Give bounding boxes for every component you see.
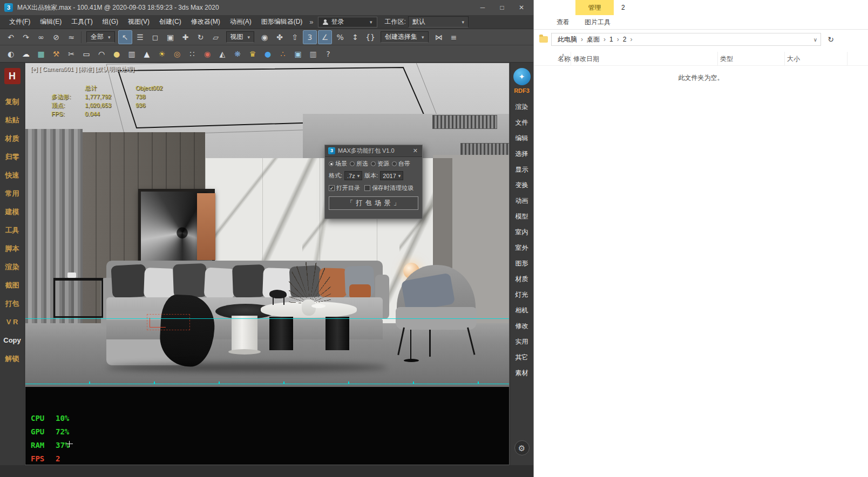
sidebar-item[interactable]: 归零 [0,148,24,166]
menu-item[interactable]: 修改器(M) [186,15,225,29]
ribbon-tab[interactable]: 查看 [549,15,577,29]
menu-item[interactable]: 编辑(E) [35,15,66,29]
plugin-menu-item[interactable]: 相机 [510,303,533,318]
plugin-menu-item[interactable]: 显示 [510,162,533,178]
viewport-label[interactable]: [+] [ Camera001 ] [标准] [默认明暗处理] [31,65,134,73]
minimize-button[interactable]: ─ [473,0,492,15]
torus-icon[interactable]: ◎ [170,47,184,61]
sun-icon[interactable]: ☀ [155,47,169,61]
align-icon[interactable]: ≡ [447,30,461,44]
scissors-icon[interactable]: ✂ [64,47,78,61]
sidebar-item[interactable]: 材质 [0,130,24,148]
snap-toggle-3d-icon[interactable]: 3 [303,30,317,44]
building-icon[interactable]: ▥ [306,47,320,61]
sidebar-item[interactable]: 建模 [0,203,24,221]
sidebar-item[interactable]: 截图 [0,276,24,295]
select-by-name-icon[interactable]: ☰ [133,30,147,44]
plugin-menu-item[interactable]: 实用 [510,334,533,350]
plugin-menu-item[interactable]: 渲染 [510,99,533,115]
sidebar-item[interactable]: 脚本 [0,240,24,258]
tools-icon[interactable]: ⚒ [49,47,63,61]
mirror-icon[interactable]: ⋈ [432,30,446,44]
sidebar-item[interactable]: 粘贴 [0,111,24,130]
checkbox-option[interactable]: 保存时清理垃圾 [364,184,413,192]
breadcrumb-item[interactable]: 桌面 [584,35,602,44]
plugin-menu-item[interactable]: 动画 [510,193,533,209]
format-dropdown[interactable]: .7z ▾ [344,171,362,180]
plugin-menu-item[interactable]: 室外 [510,240,533,256]
angle-snap-icon[interactable]: ∠ [318,30,332,44]
percent-snap-icon[interactable]: % [333,30,347,44]
sidebar-item[interactable]: V R [0,313,24,331]
dots-array-icon[interactable]: ∷ [185,47,199,61]
use-pivot-center-icon[interactable]: ◉ [257,30,272,44]
unlink-selection-icon[interactable]: ⊘ [49,30,63,44]
sidebar-item[interactable]: 渲染 [0,258,24,276]
gear-icon[interactable]: ⚙ [514,440,530,455]
plugin-menu-item[interactable]: 修改 [510,318,533,334]
menu-item[interactable]: 动画(A) [225,15,256,29]
column-header[interactable]: 大小 [785,52,847,65]
sidebar-item[interactable]: 解锁 [0,350,24,368]
refresh-button[interactable]: ↻ [824,33,837,46]
molecule-icon[interactable]: ∴ [276,47,290,61]
selection-filter-dropdown[interactable]: 全部 ▾ [86,31,115,43]
sidebar-item[interactable]: 常用 [0,185,24,203]
menu-item[interactable]: 创建(C) [154,15,186,29]
cylinder-icon[interactable]: ▥ [125,47,139,61]
select-and-link-icon[interactable]: ∞ [34,30,48,44]
maximize-button[interactable]: □ [492,0,512,15]
named-selection-sets-icon[interactable]: {} [363,30,377,44]
pack-scene-button[interactable]: 「 打 包 场 景 」 [329,196,418,210]
sidebar-logo[interactable]: H [4,68,21,84]
version-dropdown[interactable]: 2017 ▾ [380,171,403,180]
plugin-menu-item[interactable]: 灯光 [510,287,533,303]
crown-icon[interactable]: ♛ [246,47,260,61]
plugin-menu-item[interactable]: 其它 [510,350,533,365]
select-object-icon[interactable]: ↖ [118,30,132,44]
plugin-menu-item[interactable]: 室内 [510,224,533,240]
plugin-menu-item[interactable]: 模型 [510,209,533,224]
sidebar-item[interactable]: 快速 [0,166,24,185]
breadcrumb-item[interactable]: 1 [607,36,616,43]
image-icon[interactable]: ▣ [291,47,305,61]
plugin-menu-item[interactable]: 编辑 [510,131,533,146]
plugin-menu-item[interactable]: 材质 [510,271,533,287]
radio-option[interactable]: 自带 [392,160,410,168]
breadcrumb-item[interactable]: 此电脑 [555,35,580,44]
plugin-menu-item[interactable]: 变换 [510,178,533,193]
radio-option[interactable]: 所选 [350,160,368,168]
column-header[interactable]: 修改日期 [571,52,718,65]
coordinate-system-dropdown[interactable]: 视图 ▾ [226,31,255,43]
sidebar-item[interactable]: 打包 [0,295,24,313]
plugin-menu-item[interactable]: 选择 [510,146,533,162]
selection-region-icon[interactable]: ◻ [148,30,162,44]
cloud-icon[interactable]: ☁ [19,47,33,61]
arc-icon[interactable]: ◠ [94,47,109,61]
plugin-logo-icon[interactable]: ✦ [513,68,531,85]
blue-sphere-icon[interactable]: ● [261,47,275,61]
manage-contextual-tab[interactable]: 管理 [575,0,614,15]
menu-item[interactable]: 视图(V) [123,15,154,29]
red-sphere-icon[interactable]: ◉ [200,47,214,61]
address-bar[interactable]: 此电脑 › 桌面 › 1 › 2 › ∨ [551,33,821,46]
select-and-manipulate-icon[interactable]: ✤ [273,30,287,44]
help-icon[interactable]: ? [321,47,335,61]
bind-to-space-warp-icon[interactable]: ≈ [64,30,78,44]
rectangle-icon[interactable]: ▭ [79,47,93,61]
menu-item[interactable]: 组(G) [98,15,123,29]
radio-option[interactable]: 场景 [329,160,347,168]
plugin-menu-item[interactable]: 图形 [510,256,533,271]
cone-icon[interactable]: ▲ [140,47,154,61]
capture-icon[interactable]: ▦ [34,47,48,61]
ribbon-tab[interactable]: 图片工具 [577,15,618,29]
close-button[interactable]: ✕ [512,0,531,15]
select-and-move-icon[interactable]: ✚ [179,30,193,44]
dialog-titlebar[interactable]: 3 MAX多功能打包 V1.0 ✕ [325,145,422,157]
menubar-overflow-icon[interactable]: » [309,18,313,26]
menu-item[interactable]: 文件(F) [4,15,35,29]
prism-icon[interactable]: ◭ [215,47,229,61]
yellow-sphere-icon[interactable]: ● [110,47,124,61]
gear-flower-icon[interactable]: ❋ [230,47,245,61]
column-header[interactable]: 类型 [718,52,785,65]
